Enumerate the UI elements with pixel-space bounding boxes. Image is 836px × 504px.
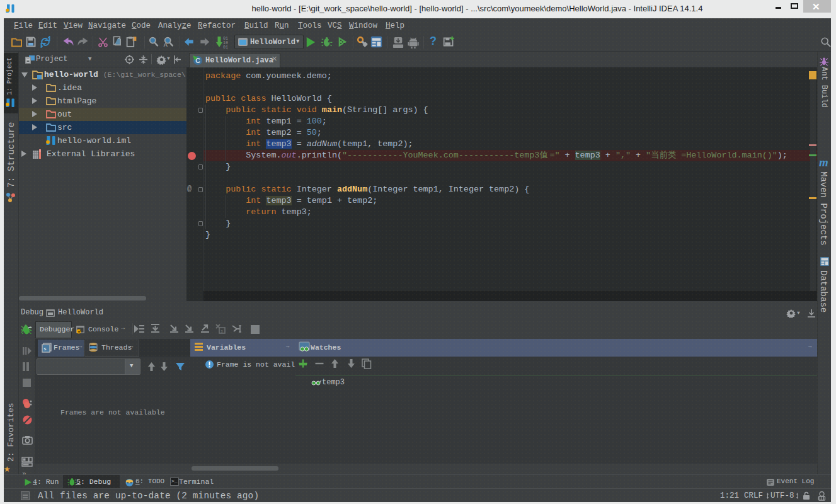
svg-text:s: s xyxy=(220,329,223,334)
svg-text:A: A xyxy=(164,42,168,48)
svg-text:s: s xyxy=(43,346,47,352)
